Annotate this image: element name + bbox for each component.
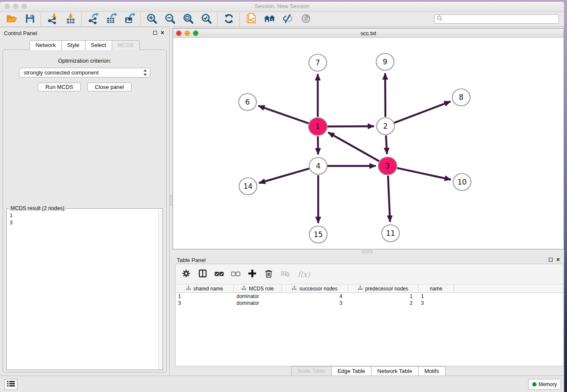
node-3[interactable]: 3 bbox=[378, 157, 397, 175]
new-network-button[interactable] bbox=[242, 13, 260, 26]
search-input[interactable] bbox=[443, 15, 559, 23]
task-history-button[interactable] bbox=[4, 379, 17, 390]
edge-2-3[interactable] bbox=[386, 135, 387, 154]
edge-4-14[interactable] bbox=[259, 168, 309, 183]
hide-details-button[interactable] bbox=[278, 13, 297, 26]
table-settings-button[interactable] bbox=[181, 269, 191, 279]
table-cell[interactable]: dominator bbox=[234, 300, 282, 306]
mcds-result-list[interactable]: 1 3 bbox=[7, 210, 159, 370]
import-network-button[interactable] bbox=[43, 13, 61, 26]
node-4[interactable]: 4 bbox=[309, 157, 327, 174]
unselect-all-button[interactable] bbox=[231, 269, 241, 279]
table-cell[interactable]: 1 bbox=[176, 293, 234, 300]
export-table-button[interactable] bbox=[102, 13, 120, 26]
node-10[interactable]: 10 bbox=[453, 174, 471, 190]
edge-1-2[interactable] bbox=[328, 126, 374, 127]
close-panel-button[interactable]: Close panel bbox=[87, 83, 132, 91]
node-2[interactable]: 2 bbox=[377, 118, 394, 135]
splitter-grip[interactable] bbox=[362, 250, 372, 253]
zoom-in-button[interactable] bbox=[143, 13, 161, 26]
edge-3-11[interactable] bbox=[388, 176, 390, 222]
zoom-window-button[interactable] bbox=[22, 4, 27, 9]
node-1[interactable]: 1 bbox=[308, 118, 327, 135]
table-cell[interactable]: dominator bbox=[234, 293, 282, 300]
float-panel-icon[interactable] bbox=[153, 31, 157, 35]
tab-network-table[interactable]: Network Table bbox=[371, 366, 418, 376]
new-network-file-icon bbox=[246, 13, 257, 26]
node-9[interactable]: 9 bbox=[376, 53, 394, 70]
table-cell[interactable]: 3 bbox=[176, 300, 234, 306]
show-details-button[interactable] bbox=[297, 13, 315, 26]
table-row[interactable]: 1dominator411 bbox=[176, 293, 563, 300]
float-panel-icon[interactable] bbox=[549, 258, 553, 262]
window-titlebar[interactable]: Session: New Session bbox=[0, 2, 564, 12]
export-image-button[interactable] bbox=[120, 13, 138, 26]
tab-edge-table[interactable]: Edge Table bbox=[331, 366, 371, 376]
network-close-button[interactable]: × bbox=[176, 30, 182, 36]
horizontal-splitter[interactable] bbox=[173, 249, 564, 254]
edge-1-6[interactable] bbox=[258, 106, 308, 124]
close-panel-icon[interactable]: × bbox=[556, 257, 560, 262]
node-7[interactable]: 7 bbox=[309, 54, 327, 71]
tab-motifs[interactable]: Motifs bbox=[418, 366, 446, 376]
toolbar-search[interactable] bbox=[434, 14, 559, 24]
table-cell[interactable]: 4 bbox=[282, 293, 348, 300]
tab-select[interactable]: Select bbox=[85, 40, 112, 50]
delete-column-button[interactable] bbox=[264, 269, 274, 279]
zoom-out-button[interactable] bbox=[161, 13, 179, 26]
apply-layout-button[interactable] bbox=[220, 13, 238, 26]
tab-node-table[interactable]: Node Table bbox=[291, 366, 331, 376]
node-15[interactable]: 15 bbox=[309, 226, 327, 243]
network-minimize-button[interactable]: − bbox=[184, 30, 190, 36]
criterion-select[interactable]: strongly connected component bbox=[19, 68, 150, 77]
network-canvas[interactable]: 7968124314101511 bbox=[173, 38, 564, 249]
minimize-window-button[interactable] bbox=[13, 4, 18, 9]
column-header-MCDS-role[interactable]: MCDS role bbox=[234, 284, 282, 293]
column-header-predecessor-nodes[interactable]: predecessor nodes bbox=[348, 284, 418, 293]
table-cell[interactable]: 2 bbox=[348, 300, 418, 306]
optimization-criterion-label: Optimization criterion: bbox=[3, 58, 166, 64]
result-scrollbar[interactable] bbox=[158, 210, 162, 370]
run-mcds-button[interactable]: Run MCDS bbox=[38, 83, 81, 91]
network-graph[interactable]: 7968124314101511 bbox=[173, 38, 564, 249]
table-cell[interactable]: 1 bbox=[418, 293, 454, 300]
node-11[interactable]: 11 bbox=[382, 225, 399, 242]
network-zoom-button[interactable]: + bbox=[193, 30, 198, 36]
edge-3-1[interactable] bbox=[328, 133, 379, 161]
table-row[interactable]: 3dominator323 bbox=[176, 300, 563, 306]
select-all-button[interactable] bbox=[214, 269, 224, 279]
memory-button[interactable]: Memory bbox=[528, 379, 561, 390]
zoom-fit-button[interactable] bbox=[179, 13, 197, 26]
column-header-shared-name[interactable]: shared name bbox=[176, 284, 234, 293]
import-table-button[interactable] bbox=[61, 13, 80, 26]
zoom-selected-button[interactable] bbox=[197, 13, 215, 26]
node-6[interactable]: 6 bbox=[239, 94, 256, 110]
export-network-button[interactable] bbox=[84, 13, 102, 26]
function-builder-button[interactable]: f(x) bbox=[297, 269, 311, 279]
tab-mcds[interactable]: MCDS bbox=[112, 40, 140, 50]
close-window-button[interactable] bbox=[5, 4, 10, 9]
zoom-in-icon bbox=[146, 13, 157, 26]
show-columns-button[interactable] bbox=[198, 269, 208, 279]
save-session-button[interactable] bbox=[21, 13, 39, 26]
open-session-button[interactable] bbox=[3, 13, 21, 26]
edge-3-10[interactable] bbox=[397, 168, 451, 179]
tab-network[interactable]: Network bbox=[30, 40, 61, 50]
table-cell[interactable]: 3 bbox=[418, 300, 454, 306]
tab-style[interactable]: Style bbox=[61, 40, 85, 50]
network-window-titlebar[interactable]: × − + scc.txt bbox=[173, 29, 564, 39]
home-button[interactable] bbox=[260, 13, 278, 26]
column-header-name[interactable]: name bbox=[418, 284, 454, 293]
column-header-successor-nodes[interactable]: successor nodes bbox=[282, 284, 348, 293]
node-8[interactable]: 8 bbox=[452, 89, 470, 106]
node-table[interactable]: shared nameMCDS rolesuccessor nodesprede… bbox=[176, 284, 563, 306]
list-icon bbox=[7, 381, 15, 388]
edge-2-9[interactable] bbox=[385, 73, 385, 117]
delete-table-button[interactable] bbox=[280, 269, 290, 279]
close-panel-icon[interactable]: × bbox=[161, 30, 164, 35]
table-cell[interactable]: 3 bbox=[282, 300, 348, 306]
create-column-button[interactable] bbox=[247, 269, 257, 279]
table-cell[interactable]: 1 bbox=[348, 293, 418, 300]
node-14[interactable]: 14 bbox=[239, 178, 257, 195]
edge-2-8[interactable] bbox=[394, 102, 451, 123]
